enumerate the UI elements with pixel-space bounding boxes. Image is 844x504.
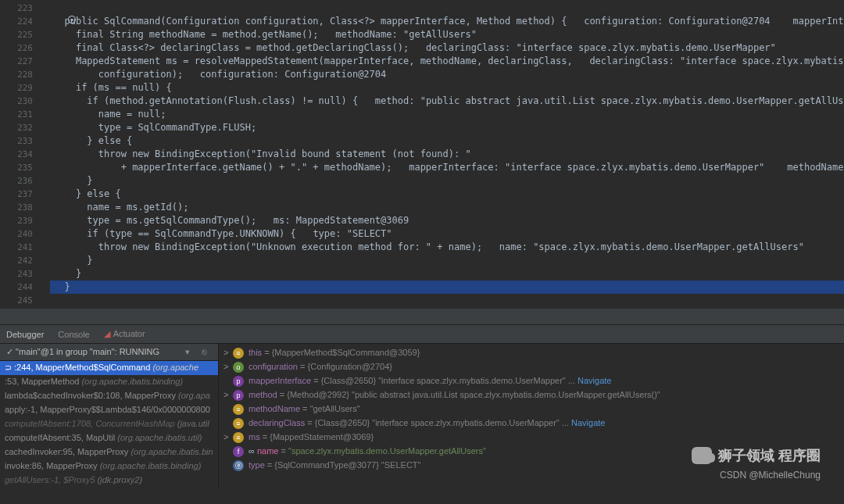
var-kind-icon: ≡ xyxy=(233,432,244,443)
code-line[interactable]: } xyxy=(50,254,844,267)
panel-separator xyxy=(0,309,844,324)
stack-frame[interactable]: invoke:86, MapperProxy (org.apache.ibati… xyxy=(0,459,218,474)
stack-frame[interactable]: cachedInvoker:95, MapperProxy (org.apach… xyxy=(0,445,218,459)
line-number[interactable]: 230 xyxy=(0,95,33,108)
code-line[interactable]: configuration); configuration: Configura… xyxy=(50,68,844,81)
line-number[interactable]: 225 xyxy=(0,28,33,41)
var-kind-icon: p xyxy=(233,390,244,401)
watermark: 狮子领域 程序圈 CSDN @MichelleChung xyxy=(692,446,821,481)
variable-row[interactable]: >pmethod = {Method@2992} "public abstrac… xyxy=(224,389,839,403)
actuator-icon: ◢ xyxy=(104,329,110,338)
line-number[interactable]: 233 xyxy=(0,134,33,148)
code-line[interactable]: if (method.getAnnotation(Flush.class) !=… xyxy=(50,95,844,108)
code-line[interactable]: type = ms.getSqlCommandType(); ms: Mappe… xyxy=(50,214,844,227)
code-line[interactable]: + mapperInterface.getName() + "." + meth… xyxy=(50,161,844,174)
code-line[interactable] xyxy=(50,294,844,307)
code-line[interactable]: throw new BindingException("Invalid boun… xyxy=(50,148,844,161)
code-line[interactable]: name = ms.getId(); xyxy=(50,201,844,214)
stack-frame[interactable]: computeIfAbsent:1708, ConcurrentHashMap … xyxy=(0,417,218,431)
line-number[interactable]: 223 xyxy=(0,2,33,15)
stack-frame[interactable]: computeIfAbsent:35, MapUtil (org.apache.… xyxy=(0,431,218,445)
tab-debugger[interactable]: Debugger xyxy=(6,330,44,339)
stack-frame[interactable]: lambda$cachedInvoker$0:108, MapperProxy … xyxy=(0,389,218,403)
line-number[interactable]: 243 xyxy=(0,267,33,281)
line-number[interactable]: 238 xyxy=(0,201,33,214)
variable-row[interactable]: pmapperInterface = {Class@2650} "interfa… xyxy=(224,375,839,389)
line-number[interactable]: 231 xyxy=(0,108,33,121)
stack-frame[interactable]: ⊃ :244, MapperMethod$SqlCommand (org.apa… xyxy=(0,361,218,375)
stack-frame[interactable]: getAllUser:13, UserMapper (space.zlyx.my… xyxy=(0,488,218,488)
variable-row[interactable]: ≡methodName = "getAllUsers" xyxy=(224,403,839,417)
wechat-icon xyxy=(692,447,712,464)
frames-panel[interactable]: ✓ "main"@1 in group "main": RUNNING ▾ ⎋ … xyxy=(0,344,219,488)
var-kind-icon: p xyxy=(233,376,244,387)
line-number[interactable]: 237 xyxy=(0,188,33,201)
code-line[interactable]: if (ms == null) { xyxy=(50,81,844,95)
line-number[interactable]: 232 xyxy=(0,121,33,134)
stack-frame[interactable]: :53, MapperMethod (org.apache.ibatis.bin… xyxy=(0,375,218,389)
frames-filter-icons[interactable]: ▾ ⎋ xyxy=(185,347,212,357)
var-kind-icon: f xyxy=(233,446,244,457)
frames-header[interactable]: ✓ "main"@1 in group "main": RUNNING ▾ ⎋ xyxy=(0,344,218,361)
line-number[interactable]: 228 xyxy=(0,68,33,81)
code-line[interactable]: final Class<?> declaringClass = method.g… xyxy=(50,41,844,55)
line-number[interactable]: 245 xyxy=(0,294,33,307)
tab-console[interactable]: Console xyxy=(58,330,89,339)
tab-actuator[interactable]: ◢Actuator xyxy=(104,329,145,339)
stack-frame[interactable]: getAllUsers:-1, $Proxy5 (jdk.proxy2) xyxy=(0,474,218,488)
code-line[interactable]: name = null; xyxy=(50,108,844,121)
line-number[interactable]: 235 xyxy=(0,161,33,174)
var-kind-icon: ≡ xyxy=(233,404,244,415)
debug-tool-tabs[interactable]: Debugger Console ◢Actuator xyxy=(0,324,844,344)
line-number[interactable]: 244 xyxy=(0,281,33,294)
code-line[interactable]: MappedStatement ms = resolveMappedStatem… xyxy=(50,55,844,68)
line-number[interactable]: 227 xyxy=(0,55,33,68)
code-editor[interactable]: 2232242252262272282292302312322332342352… xyxy=(0,0,844,309)
line-number-gutter[interactable]: 2232242252262272282292302312322332342352… xyxy=(0,0,39,309)
line-number[interactable]: 239 xyxy=(0,214,33,227)
line-number[interactable]: 229 xyxy=(0,81,33,95)
code-line[interactable]: public SqlCommand(Configuration configur… xyxy=(50,15,844,28)
stack-frame[interactable]: apply:-1, MapperProxy$$Lambda$146/0x0000… xyxy=(0,403,218,417)
code-line[interactable]: final String methodName = method.getName… xyxy=(50,28,844,41)
var-kind-icon: ≡ xyxy=(233,348,244,359)
var-kind-icon: ⓔ xyxy=(233,460,244,471)
code-line[interactable]: } else { xyxy=(50,134,844,148)
line-number[interactable]: 240 xyxy=(0,227,33,241)
code-line[interactable]: if (type == SqlCommandType.UNKNOWN) { ty… xyxy=(50,227,844,241)
variable-row[interactable]: ≡declaringClass = {Class@2650} "interfac… xyxy=(224,417,839,431)
code-line[interactable]: } xyxy=(50,281,844,294)
variable-row[interactable]: >oconfiguration = {Configuration@2704} xyxy=(224,361,839,375)
line-number[interactable]: 241 xyxy=(0,241,33,254)
line-number[interactable]: 242 xyxy=(0,254,33,267)
var-kind-icon: o xyxy=(233,362,244,373)
variable-row[interactable]: >≡ms = {MappedStatement@3069} xyxy=(224,431,839,445)
code-line[interactable]: } xyxy=(50,267,844,281)
line-number[interactable]: 236 xyxy=(0,174,33,188)
code-line[interactable] xyxy=(50,2,844,15)
code-line[interactable]: throw new BindingException("Unknown exec… xyxy=(50,241,844,254)
line-number[interactable]: 234 xyxy=(0,148,33,161)
line-number[interactable]: 224 xyxy=(0,15,33,28)
code-line[interactable]: type = SqlCommandType.FLUSH; xyxy=(50,121,844,134)
gutter-glyph-column: ⦿ xyxy=(39,0,50,309)
code-area[interactable]: public SqlCommand(Configuration configur… xyxy=(50,0,844,309)
code-line[interactable]: } xyxy=(50,174,844,188)
var-kind-icon: ≡ xyxy=(233,418,244,429)
code-line[interactable]: } else { xyxy=(50,188,844,201)
line-number[interactable]: 226 xyxy=(0,41,33,55)
variable-row[interactable]: >≡this = {MapperMethod$SqlCommand@3059} xyxy=(224,347,839,361)
